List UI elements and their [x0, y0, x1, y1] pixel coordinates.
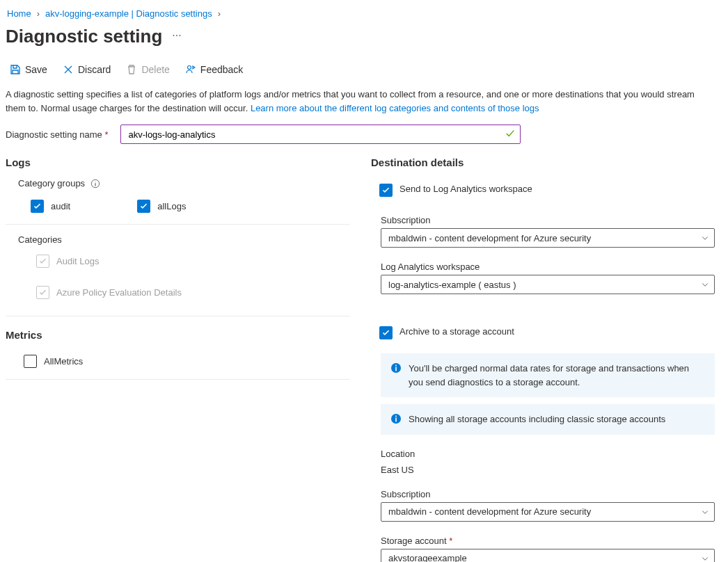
save-button[interactable]: Save: [10, 64, 47, 75]
close-icon: [63, 64, 74, 75]
checkbox-policy-details: Azure Policy Evaluation Details: [6, 282, 350, 303]
chevron-right-icon: ›: [37, 8, 40, 19]
discard-button[interactable]: Discard: [63, 64, 111, 75]
checkbox-policy-details-label: Azure Policy Evaluation Details: [56, 287, 182, 298]
checkbox-allmetrics[interactable]: AllMetrics: [6, 351, 350, 372]
chevron-right-icon: ›: [218, 8, 221, 19]
storage-account-label: Storage account *: [381, 531, 722, 549]
checkbox-audit-logs: Audit Logs: [6, 250, 350, 272]
breadcrumb-resource[interactable]: akv-logging-example | Diagnostic setting…: [45, 8, 212, 19]
subscription-select[interactable]: mbaldwin - content development for Azure…: [381, 228, 715, 248]
metrics-heading: Metrics: [6, 329, 350, 341]
checkbox-log-analytics-label: Send to Log Analytics workspace: [399, 184, 532, 194]
storage-account-value: akvstorageexample: [388, 553, 467, 562]
storage-subscription-select[interactable]: mbaldwin - content development for Azure…: [381, 502, 715, 522]
checkbox-audit[interactable]: audit: [6, 195, 70, 217]
feedback-label: Feedback: [200, 64, 243, 75]
checkbox-archive-storage[interactable]: Archive to a storage account: [371, 322, 722, 344]
info-icon[interactable]: [90, 179, 100, 188]
divider: [6, 379, 350, 380]
save-label: Save: [25, 64, 47, 75]
storage-subscription-label: Subscription: [381, 485, 722, 502]
command-bar: Save Discard Delete Feedback: [6, 64, 722, 88]
destination-heading: Destination details: [371, 156, 722, 168]
location-label: Location: [381, 444, 722, 462]
info-banner-charges: You'll be charged normal data rates for …: [381, 353, 715, 397]
workspace-label: Log Analytics workspace: [381, 257, 722, 275]
subscription-value: mbaldwin - content development for Azure…: [388, 233, 591, 243]
info-banner-classic: Showing all storage accounts including c…: [381, 404, 715, 435]
chevron-down-icon: [701, 234, 709, 242]
page-description: A diagnostic setting specifies a list of…: [6, 88, 715, 125]
checkbox-alllogs[interactable]: allLogs: [112, 195, 186, 217]
trash-icon: [126, 64, 137, 75]
chevron-down-icon: [701, 280, 709, 289]
setting-name-input[interactable]: [120, 125, 521, 144]
discard-label: Discard: [78, 64, 111, 75]
subscription-label: Subscription: [381, 211, 722, 228]
learn-more-link[interactable]: Learn more about the different log categ…: [251, 103, 539, 113]
location-value: East US: [381, 462, 722, 485]
more-actions-button[interactable]: ···: [172, 29, 181, 45]
page-title: Diagnostic setting: [6, 26, 162, 47]
info-banner-charges-text: You'll be charged normal data rates for …: [409, 362, 705, 389]
delete-label: Delete: [141, 64, 169, 75]
workspace-value: log-analytics-example ( eastus ): [388, 280, 516, 290]
info-icon: [390, 413, 402, 424]
checkbox-audit-label: audit: [51, 201, 70, 211]
category-groups-label: Category groups: [18, 178, 85, 188]
checkbox-allmetrics-label: AllMetrics: [44, 356, 83, 367]
workspace-select[interactable]: log-analytics-example ( eastus ): [381, 275, 715, 294]
logs-heading: Logs: [6, 156, 350, 168]
delete-button: Delete: [126, 64, 169, 75]
check-icon: [505, 129, 515, 138]
checkbox-archive-storage-label: Archive to a storage account: [399, 326, 514, 337]
divider: [6, 224, 350, 225]
setting-name-label: Diagnostic setting name *: [6, 129, 108, 140]
storage-account-select[interactable]: akvstorageexample: [381, 549, 715, 563]
checkbox-log-analytics[interactable]: Send to Log Analytics workspace: [371, 179, 722, 201]
checkbox-alllogs-label: allLogs: [157, 201, 186, 211]
checkbox-audit-logs-label: Audit Logs: [56, 256, 99, 266]
save-icon: [10, 64, 21, 75]
feedback-icon: [185, 64, 196, 75]
chevron-down-icon: [701, 554, 709, 563]
breadcrumb: Home › akv-logging-example | Diagnostic …: [6, 6, 722, 26]
divider: [6, 316, 350, 316]
svg-point-0: [187, 66, 191, 70]
breadcrumb-home[interactable]: Home: [7, 8, 31, 19]
categories-label: Categories: [6, 234, 350, 250]
storage-subscription-value: mbaldwin - content development for Azure…: [388, 506, 591, 517]
info-banner-classic-text: Showing all storage accounts including c…: [409, 412, 665, 426]
info-icon: [390, 362, 402, 374]
feedback-button[interactable]: Feedback: [185, 64, 243, 75]
chevron-down-icon: [701, 508, 709, 516]
